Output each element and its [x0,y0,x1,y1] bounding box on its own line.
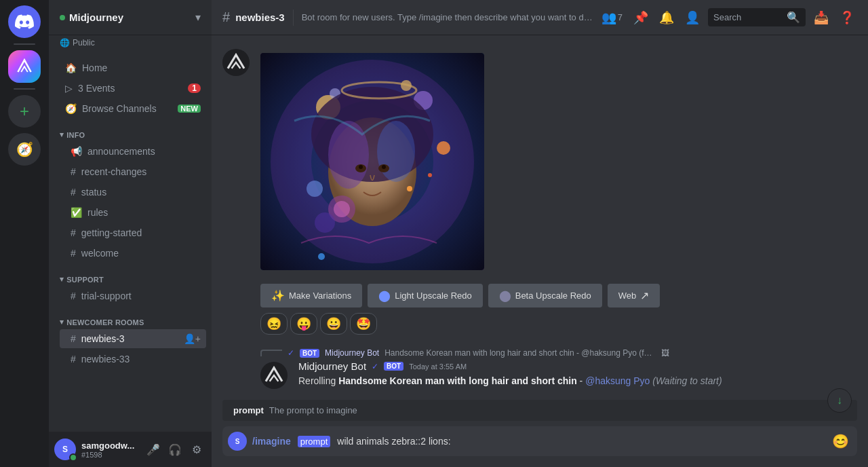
verified-icon-2: ✓ [372,362,378,371]
action-buttons: ✨ Make Variations ⬤ Light Upscale Redo ⬤… [260,284,857,307]
svg-point-23 [401,80,412,91]
prompt-hint: The prompt to imagine [269,405,357,415]
reaction-buttons: 😖 😛 😀 🤩 [260,313,857,335]
sidebar-item-newbies-33[interactable]: # newbies-33 [60,350,206,369]
svg-point-15 [382,165,386,169]
newcomer-channels: # newbies-3 👤+ # newbies-33 [49,329,212,369]
sidebar-item-rules[interactable]: ✅ rules [60,203,206,222]
section-header-info[interactable]: ▾ INFO [49,119,212,142]
settings-icon[interactable]: ⚙ [187,440,206,459]
message-group: ✨ Make Variations ⬤ Light Upscale Redo ⬤… [212,46,868,341]
hash-icon-5: # [71,248,76,259]
prompt-bar: prompt The prompt to imagine [222,400,857,421]
server-divider-2 [14,88,35,90]
globe-icon: 🌐 [60,38,70,48]
avatar: S [54,438,76,460]
command-param: prompt [298,436,330,447]
events-badge: 1 [188,83,201,93]
bot-badge-2: BOT [384,362,403,371]
notification-icon[interactable]: 🔔 [656,7,677,28]
add-server-button[interactable]: + [8,95,41,128]
bot-avatar-2 [260,362,288,389]
svg-point-6 [307,181,323,197]
headphones-icon[interactable]: 🎧 [165,440,184,459]
microphone-icon[interactable]: 🎤 [144,440,163,459]
search-bar[interactable]: 🔍 [708,8,806,26]
input-user-avatar: S [228,432,247,451]
slash-command: /imagine [252,436,291,447]
emoji-icon[interactable]: 😊 [829,430,852,452]
section-header-newcomer[interactable]: ▾ NEWCOMER ROOMS [49,307,212,329]
message-header-2: Midjourney Bot ✓ BOT Today at 3:55 AM [298,360,857,372]
events-icon: ▷ [65,83,73,94]
message-input[interactable] [337,429,824,453]
sidebar-item-status[interactable]: # status [60,183,206,202]
user-panel: S samgoodw... #1598 🎤 🎧 ⚙ [49,432,212,467]
channel-description: Bot room for new users. Type /imagine th… [302,12,593,22]
ai-image [260,53,484,270]
external-link-icon: ↗ [640,289,649,302]
reaction-button-2[interactable]: 😛 [290,313,317,335]
channel-name: newbies-3 [235,12,285,23]
reply-bot-badge: BOT [300,349,319,358]
members-button[interactable]: 👥 7 [599,7,625,28]
server-sidebar: + 🧭 [0,0,49,467]
sidebar-item-events[interactable]: ▷ 3 Events 1 [54,79,206,98]
svg-point-5 [437,141,450,155]
search-input[interactable] [713,12,784,22]
pin-icon[interactable]: 📌 [631,7,651,28]
light-upscale-redo-button[interactable]: ⬤ Light Upscale Redo [368,284,482,307]
message-group-2: ✓ BOT Midjourney Bot Handsome Korean man… [212,347,868,390]
sidebar-item-newbies-3[interactable]: # newbies-3 👤+ [60,329,206,348]
people-icon[interactable]: 👤 [682,7,703,28]
web-button[interactable]: Web ↗ [608,284,660,307]
reaction-button-1[interactable]: 😖 [260,313,288,335]
hash-icon-4: # [71,227,76,238]
explore-servers-button[interactable]: 🧭 [8,133,41,166]
new-badge: NEW [178,105,201,113]
message-2-content: ✓ BOT Midjourney Bot Handsome Korean man… [260,348,857,389]
svg-point-11 [377,121,415,182]
reaction-button-4[interactable]: 🤩 [350,313,377,335]
sidebar-item-recent-changes[interactable]: # recent-changes [60,162,206,181]
sidebar-item-trial-support[interactable]: # trial-support [60,286,206,305]
prompt-label: prompt [233,405,264,415]
compass-icon: 🧭 [65,103,77,114]
discord-home-button[interactable] [8,5,41,38]
svg-point-17 [334,201,350,217]
hash-icon-8: # [71,354,76,365]
variations-icon: ✨ [271,289,285,302]
reply-author: Midjourney Bot [325,348,379,358]
server-header[interactable]: Midjourney ▾ [49,0,212,35]
midjourney-server-icon[interactable] [8,50,41,83]
channel-sidebar: Midjourney ▾ 🌐 Public 🏠 Home ▷ 3 Events … [49,0,212,467]
reply-text: Handsome Korean man with long hair and s… [384,348,656,358]
chevron-down-icon: ▾ [195,11,201,24]
channel-list: 🏠 Home ▷ 3 Events 1 🧭 Browse Channels NE… [49,53,212,432]
check-icon: ✅ [71,207,82,218]
svg-point-14 [359,165,363,169]
svg-point-19 [407,186,412,191]
verified-icon: ✓ [288,348,294,358]
beta-upscale-icon: ⬤ [499,289,511,302]
server-divider [14,43,35,45]
svg-point-18 [315,212,335,233]
support-channels: # trial-support [49,286,212,305]
inbox-icon[interactable]: 📥 [811,7,831,28]
help-icon[interactable]: ❓ [837,7,857,28]
reaction-button-3[interactable]: 😀 [320,313,347,335]
channel-header: # newbies-3 Bot room for new users. Type… [212,0,868,35]
home-icon: 🏠 [65,62,77,73]
sidebar-item-home[interactable]: 🏠 Home [54,58,206,77]
generated-image [260,53,484,270]
online-indicator [60,15,65,20]
sidebar-item-getting-started[interactable]: # getting-started [60,223,206,242]
sidebar-item-welcome[interactable]: # welcome [60,244,206,263]
scroll-to-bottom-button[interactable]: ↓ [827,388,852,413]
user-controls: 🎤 🎧 ⚙ [144,440,206,459]
section-header-support[interactable]: ▾ SUPPORT [49,264,212,286]
make-variations-button[interactable]: ✨ Make Variations [260,284,362,307]
sidebar-item-browse[interactable]: 🧭 Browse Channels NEW [54,99,206,118]
beta-upscale-redo-button[interactable]: ⬤ Beta Upscale Redo [488,284,602,307]
sidebar-item-announcements[interactable]: 📢 announcements [60,142,206,161]
